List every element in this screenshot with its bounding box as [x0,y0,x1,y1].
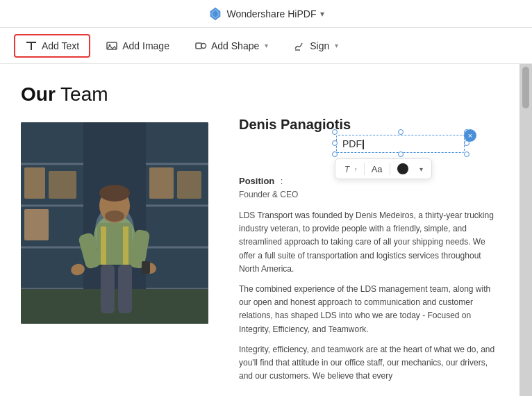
shape-icon [194,40,207,52]
position-colon: : [281,176,283,186]
handle-bottom-right[interactable] [464,151,469,157]
toolbar: Add Text Add Image Add Shape ▾ Sign ▾ [0,28,532,64]
pdf-page: Our Team [0,64,519,396]
sign-icon [293,40,306,52]
add-shape-button[interactable]: Add Shape ▾ [185,35,278,56]
text-input-box[interactable]: PDF [336,135,465,153]
svg-point-33 [99,185,130,201]
founder-ceo: Founder & CEO [239,190,499,199]
add-image-label: Add Image [122,40,169,51]
paragraph-2: The combined experience of the LDS manag… [239,283,499,336]
font-size-label: Aa [372,164,383,174]
sign-label: Sign [310,40,329,51]
svg-rect-40 [101,265,115,313]
content-layout: Denis Panagiotis × PDF [21,117,499,390]
sign-chevron[interactable]: ▾ [335,42,338,49]
scrollbar-thumb[interactable] [522,67,529,108]
right-column: Denis Panagiotis × PDF [239,117,499,390]
svg-text:T: T [344,165,351,174]
add-text-button[interactable]: Add Text [14,34,90,58]
add-text-label: Add Text [42,40,79,51]
image-icon [106,40,118,52]
add-shape-label: Add Shape [211,40,259,51]
scrollbar-panel [519,64,532,396]
font-style-button[interactable]: Tr [341,162,360,176]
svg-rect-41 [118,265,132,313]
svg-rect-22 [49,171,76,199]
svg-rect-21 [24,167,45,199]
heading-normal: Team [56,83,108,105]
logo: Wondershare HiPDF ▾ [208,6,325,22]
page-heading: Our Team [21,83,499,106]
svg-rect-4 [31,43,32,50]
format-sep-1 [364,163,365,175]
svg-rect-31 [123,226,128,265]
worker-svg [21,122,208,324]
format-toolbar: Tr Aa ▾ [335,158,432,179]
title-bar: Wondershare HiPDF ▾ [0,0,532,28]
position-label: Position [239,176,274,186]
color-picker-button[interactable] [394,162,411,176]
title-chevron[interactable]: ▾ [320,9,324,19]
text-input-value: PDF [342,138,362,149]
svg-rect-23 [24,209,49,240]
format-chevron-icon: ▾ [419,165,423,173]
font-size-button[interactable]: Aa [369,163,385,176]
left-column [21,117,222,390]
add-image-button[interactable]: Add Image [96,35,179,56]
paragraph-1: LDS Transport was founded by Denis Medei… [239,209,499,276]
format-chevron-button[interactable]: ▾ [415,164,426,174]
main-area: Our Team [0,64,532,396]
body-text: LDS Transport was founded by Denis Medei… [239,209,499,383]
text-cursor [363,140,364,149]
svg-rect-24 [149,167,174,199]
svg-rect-3 [26,42,36,43]
text-icon [25,40,38,52]
text-box-close-button[interactable]: × [464,129,476,142]
worker-image [21,122,208,324]
svg-rect-25 [177,171,201,199]
paragraph-3: Integrity, efficiency, and teamwork are … [239,343,499,383]
svg-rect-39 [142,261,150,274]
svg-rect-30 [101,226,106,265]
svg-point-34 [105,211,124,222]
format-sep-2 [390,163,390,175]
heading-bold: Our [21,83,56,105]
person-name: Denis Panagiotis [239,117,499,133]
shape-chevron[interactable]: ▾ [265,42,268,49]
sign-button[interactable]: Sign ▾ [283,35,348,56]
color-dot [397,163,408,174]
logo-icon [208,6,223,22]
app-name: Wondershare HiPDF [227,8,317,19]
